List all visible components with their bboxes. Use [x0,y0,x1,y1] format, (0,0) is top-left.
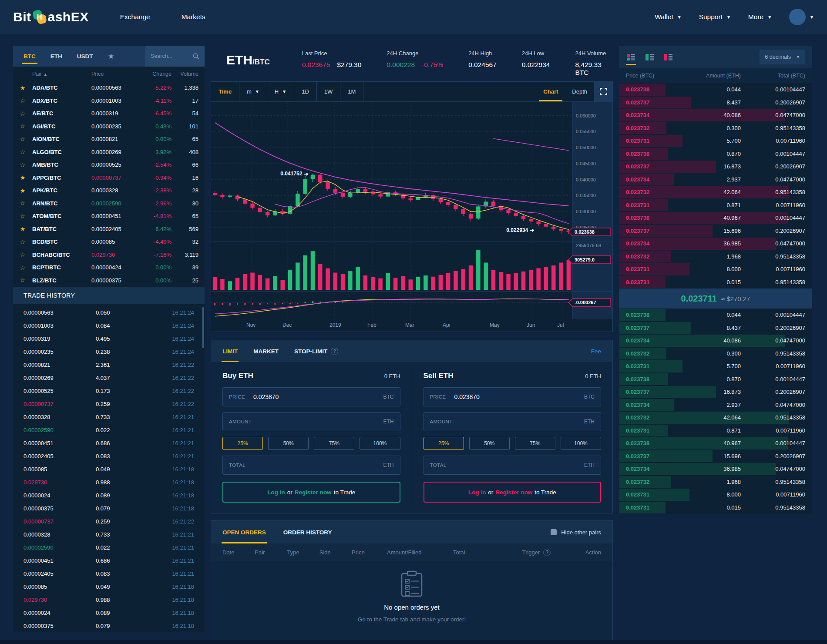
register-link[interactable]: Register now [495,489,532,496]
orderbook-ask-row[interactable]: 0.023738 0.870 0.00104447 [619,148,812,161]
percent-100-button[interactable]: 100% [561,437,601,450]
orderbook-ask-row[interactable]: 0.023738 40.967 0.00104447 [619,211,812,225]
favorite-star-icon[interactable]: ★ [13,84,32,91]
view-asks-only-icon[interactable] [645,46,655,68]
col-price[interactable]: Price [91,71,137,77]
percent-25-button[interactable]: 25% [424,437,464,450]
percent-50-button[interactable]: 50% [469,437,510,450]
favorite-star-icon[interactable]: ★ [13,225,32,232]
orderbook-ask-row[interactable]: 0.023731 8.000 0.00711960 [619,263,812,276]
interval-1w-button[interactable]: 1W [317,82,341,101]
pair-row[interactable]: ☆ BCHABC/BTC 0.029730 -7.16% 3,119 [13,248,205,262]
orderbook-bid-row[interactable]: 0.023738 40.967 0.00104447 [619,437,812,450]
favorite-star-icon[interactable]: ☆ [13,200,32,207]
orderbook-ask-row[interactable]: 0.023737 16.873 0.20026907 [619,160,812,173]
tab-btc-markets[interactable]: BTC [24,46,36,67]
orderbook-ask-row[interactable]: 0.023734 36.985 0.04747000 [619,237,812,250]
orderbook-bid-row[interactable]: 0.023734 36.985 0.04747000 [619,463,812,476]
fullscreen-button[interactable] [594,82,612,101]
interval-1m-button[interactable]: 1M [340,82,363,101]
view-both-sides-icon[interactable] [626,46,636,68]
favorite-star-icon[interactable]: ☆ [13,264,32,271]
orderbook-bid-row[interactable]: 0.023732 0.300 0.95143358 [619,347,812,360]
orderbook-ask-row[interactable]: 0.023731 0.015 0.95143358 [619,276,812,289]
orderbook-bid-row[interactable]: 0.023738 0.870 0.00104447 [619,373,812,386]
pair-row[interactable]: ☆ AMB/BTC 0.00000525 -2.54% 66 [13,158,205,171]
tab-usdt-markets[interactable]: USDT [77,46,93,67]
view-bids-only-icon[interactable] [663,46,673,68]
buy-login-cta[interactable]: Log In or Register now to Trade [222,482,400,503]
percent-75-button[interactable]: 75% [314,437,354,450]
favorite-star-icon[interactable]: ☆ [13,97,32,104]
favorite-star-icon[interactable]: ★ [13,187,32,194]
orderbook-bid-row[interactable]: 0.023731 8.000 0.00711960 [619,488,812,501]
pair-row[interactable]: ☆ ALGO/BTC 0.00000269 3.92% 408 [13,146,205,159]
tab-stop-limit[interactable]: STOP-LIMIT ? [294,340,338,362]
market-search[interactable] [145,46,205,67]
nav-menu-wallet[interactable]: Wallet ▼ [655,13,681,21]
orderbook-bid-row[interactable]: 0.023737 15.696 0.20026907 [619,450,812,463]
nav-menu-more[interactable]: More ▼ [748,13,772,21]
login-link[interactable]: Log In [267,489,285,496]
sell-total-field[interactable]: TOTAL ETH [424,456,602,475]
favorite-star-icon[interactable]: ☆ [13,213,32,220]
scrollbar-thumb[interactable] [202,307,204,348]
orderbook-ask-row[interactable]: 0.023732 42.064 0.95143358 [619,186,812,199]
orderbook-ask-row[interactable]: 0.023738 0.044 0.00104447 [619,83,812,96]
sell-price-field[interactable]: PRICE 0.023870 BTC [424,387,602,406]
col-pair[interactable]: Pair ▲ [32,71,91,77]
orderbook-bid-row[interactable]: 0.023734 2.937 0.04747000 [619,399,812,412]
sell-amount-field[interactable]: AMOUNT ETH [424,412,602,431]
pair-row[interactable]: ☆ ATOM/BTC 0.00000451 -4.81% 65 [13,210,205,223]
search-input[interactable] [151,53,193,59]
orderbook-ask-row[interactable]: 0.023731 0.871 0.00711960 [619,199,812,212]
orderbook-ask-row[interactable]: 0.023734 2.937 0.04747000 [619,173,812,186]
favorite-star-icon[interactable]: ☆ [13,110,32,117]
pair-row[interactable]: ☆ AION/BTC 0.0000821 0.00% 65 [13,133,205,146]
tab-market[interactable]: MARKET [253,340,279,362]
pair-row[interactable]: ☆ AGI/BTC 0.00000235 0.43% 101 [13,120,205,133]
orderbook-ask-row[interactable]: 0.023737 15.696 0.20026907 [619,225,812,238]
tab-eth-markets[interactable]: ETH [50,46,62,67]
favorites-star-icon[interactable]: ★ [108,52,114,61]
tab-limit[interactable]: LIMIT [222,340,238,362]
register-link[interactable]: Register now [295,489,332,496]
tab-depth[interactable]: Depth [565,82,594,101]
user-account-menu[interactable]: ▼ [789,9,814,25]
orderbook-ask-row[interactable]: 0.023732 0.300 0.95143358 [619,122,812,135]
pair-row[interactable]: ★ BAT/BTC 0.00002405 6.42% 569 [13,223,205,236]
help-icon[interactable]: ? [331,348,338,355]
nav-link-markets[interactable]: Markets [182,13,205,21]
tab-open-orders[interactable]: OPEN ORDERS [222,521,266,543]
interval-hours-dropdown[interactable]: H▼ [267,82,294,101]
pair-row[interactable]: ☆ BCD/BTC 0.000085 -4.49% 32 [13,235,205,248]
percent-75-button[interactable]: 75% [515,437,555,450]
checkbox-icon[interactable] [551,529,557,535]
avatar[interactable] [789,9,806,25]
orderbook-bid-row[interactable]: 0.023732 42.064 0.95143358 [619,411,812,424]
orderbook-ask-row[interactable]: 0.023734 40.086 0.04747000 [619,109,812,122]
interval-1d-button[interactable]: 1D [294,82,317,101]
buy-price-field[interactable]: PRICE 0.023870 BTC [222,387,400,406]
percent-25-button[interactable]: 25% [222,437,263,450]
tab-chart[interactable]: Chart [536,82,565,101]
percent-100-button[interactable]: 100% [360,437,400,450]
tab-order-history[interactable]: ORDER HISTORY [283,521,332,543]
login-link[interactable]: Log In [468,489,486,496]
favorite-star-icon[interactable]: ☆ [13,251,32,258]
favorite-star-icon[interactable]: ☆ [13,238,32,245]
pair-row[interactable]: ★ APK/BTC 0.0000328 -2.38% 28 [13,184,205,197]
help-icon[interactable]: ? [543,549,551,556]
favorite-star-icon[interactable]: ★ [13,174,32,181]
col-volume[interactable]: Volume [171,71,198,77]
orderbook-bid-row[interactable]: 0.023737 16.873 0.20026907 [619,386,812,399]
fee-link[interactable]: Fee [591,340,601,362]
orderbook-bid-row[interactable]: 0.023731 0.871 0.00711960 [619,424,812,437]
pair-row[interactable]: ☆ ARN/BTC 0.00002590 -2.96% 30 [13,197,205,210]
nav-link-exchange[interactable]: Exchange [120,13,150,21]
orderbook-bid-row[interactable]: 0.023734 40.086 0.04747000 [619,334,812,347]
nav-menu-support[interactable]: Support ▼ [699,13,731,21]
orderbook-ask-row[interactable]: 0.023737 8.437 0.20026907 [619,96,812,109]
app-logo[interactable]: Bit H ashEX [13,9,89,25]
pair-row[interactable]: ★ ADA/BTC 0.00000563 -5.22% 1,338 [13,81,205,94]
